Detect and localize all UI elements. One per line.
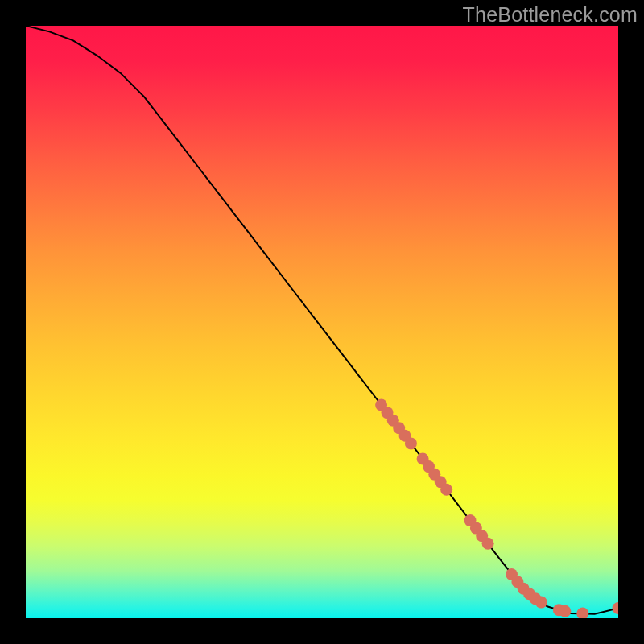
data-point xyxy=(559,605,571,617)
data-point xyxy=(405,437,417,449)
scatter-dots xyxy=(375,399,618,619)
data-point xyxy=(482,538,494,550)
data-point xyxy=(440,484,452,496)
data-point xyxy=(613,602,619,614)
bottleneck-curve xyxy=(26,26,618,614)
plot-area xyxy=(26,26,618,618)
watermark-text: TheBottleneck.com xyxy=(463,3,638,27)
data-point xyxy=(576,608,588,618)
chart-svg xyxy=(26,26,618,618)
data-point xyxy=(535,597,547,609)
chart-frame: TheBottleneck.com xyxy=(0,0,644,644)
